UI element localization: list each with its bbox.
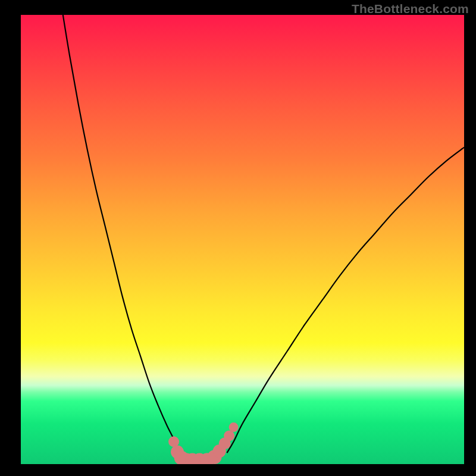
- outer-frame: TheBottleneck.com: [0, 0, 476, 476]
- marker-dot: [168, 436, 179, 447]
- plot-area: [21, 15, 464, 464]
- marker-group: [168, 422, 239, 464]
- marker-dot: [229, 422, 239, 432]
- attribution-text: TheBottleneck.com: [352, 2, 469, 16]
- marker-dot: [224, 430, 234, 441]
- curve-left-arm: [63, 15, 177, 453]
- curve-right-arm: [227, 148, 464, 453]
- chart-svg: [21, 15, 464, 464]
